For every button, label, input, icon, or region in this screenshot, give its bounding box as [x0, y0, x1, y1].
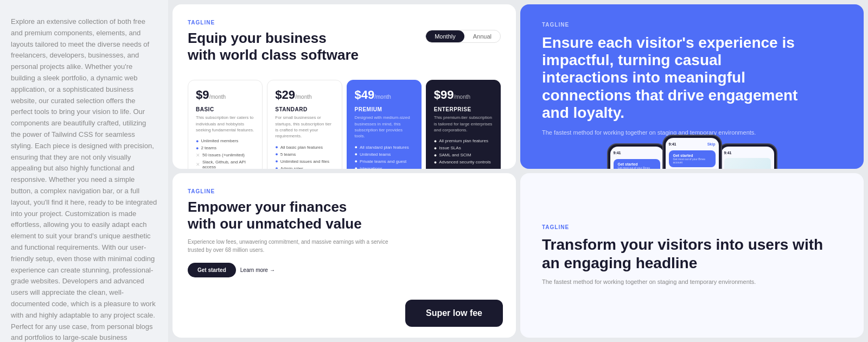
- bottom-right-title: Transform your visitors into users with …: [542, 236, 842, 272]
- enterprise-tier: ENTERPRISE: [434, 106, 493, 112]
- sidebar-description: Explore an extensive collection of both …: [11, 16, 157, 342]
- basic-price: $9: [196, 88, 209, 102]
- phone3-time: 9:41: [724, 151, 732, 155]
- phone-mockup-3: 9:41: [718, 143, 777, 169]
- premium-price: $49: [355, 88, 375, 102]
- check-icon: ●: [275, 159, 278, 164]
- plan-premium: $49 /month PREMIUM Designed with medium-…: [347, 80, 422, 169]
- finance-panel: TAGLINE Empower your financeswith our un…: [173, 173, 516, 338]
- phone-mockup-1: 9:41 Get started Get most out of your Bm…: [607, 143, 667, 169]
- pricing-title: Equip your businesswith world class soft…: [188, 30, 359, 64]
- pricing-grid: $9 /month BASIC This subscription tier c…: [188, 80, 501, 169]
- check-icon: ●: [355, 151, 358, 157]
- check-icon: ●: [434, 153, 437, 158]
- phone1-label: Get started: [618, 162, 656, 166]
- premium-features: ● All standard plan features ● Unlimited…: [355, 144, 413, 169]
- pricing-tagline: TAGLINE: [188, 20, 501, 26]
- standard-tier: STANDARD: [275, 106, 334, 112]
- pricing-panel: TAGLINE Equip your businesswith world cl…: [173, 4, 516, 169]
- main-content: TAGLINE Equip your businesswith world cl…: [168, 0, 868, 342]
- standard-period: /month: [295, 94, 312, 100]
- basic-period: /month: [209, 94, 226, 100]
- arrow-icon: →: [270, 267, 275, 273]
- phone2-label: Get started: [673, 154, 711, 157]
- plan-standard: $29 /month STANDARD For small businesses…: [267, 80, 342, 169]
- finance-tagline: TAGLINE: [188, 188, 501, 194]
- basic-tier: BASIC: [196, 106, 254, 112]
- enterprise-price: $99: [434, 88, 454, 102]
- standard-desc: For small businesses or startups, this s…: [275, 115, 334, 139]
- finance-desc: Experience low fees, unwavering commitme…: [188, 238, 405, 254]
- phone2-time: 9:41: [669, 142, 676, 146]
- hero-subtitle: The fastest method for working together …: [542, 128, 759, 137]
- plan-enterprise: $99 /month ENTERPRISE This premium-tier …: [426, 80, 501, 169]
- premium-tier: PREMIUM: [355, 106, 413, 112]
- standard-price: $29: [275, 88, 295, 102]
- check-icon: ●: [196, 138, 199, 144]
- enterprise-desc: This premium-tier subscription is tailor…: [434, 115, 493, 133]
- check-icon: ●: [355, 144, 358, 150]
- cross-icon: ✕: [196, 153, 200, 158]
- check-icon: ●: [275, 144, 278, 150]
- super-low-fee-box: Super low fee: [405, 300, 503, 327]
- bottom-right-tagline: TAGLINE: [542, 224, 842, 230]
- pricing-toggle[interactable]: Monthly Annual: [425, 30, 501, 43]
- standard-features: ● All basic plan features ● 5 teams ● Un…: [275, 144, 334, 169]
- basic-features: ● Unlimited members ● 2 teams ✕ 50 issue…: [196, 138, 254, 169]
- check-icon: ●: [355, 159, 358, 164]
- enterprise-features: ● All premium plan features ● Issue SLAs…: [434, 138, 493, 165]
- cross-icon: ✕: [196, 162, 200, 167]
- sidebar: Explore an extensive collection of both …: [0, 0, 168, 342]
- phone2-skip: Skip: [707, 142, 716, 146]
- check-icon: ●: [434, 138, 437, 144]
- enterprise-period: /month: [454, 94, 470, 100]
- finance-buttons: Get started Learn more →: [188, 263, 501, 277]
- phone1-sublabel: Get most out of your Bmes account: [618, 166, 656, 169]
- phone-mockup-2: 9:41 Skip Get started Get most out of yo…: [662, 135, 722, 169]
- check-icon: ●: [196, 145, 199, 151]
- toggle-monthly[interactable]: Monthly: [426, 30, 464, 42]
- basic-desc: This subscription tier caters to individ…: [196, 115, 254, 133]
- check-icon: ●: [275, 166, 278, 169]
- premium-period: /month: [374, 94, 391, 100]
- bottom-right-desc: The fastest method for working together …: [542, 277, 842, 287]
- check-icon: ●: [275, 151, 278, 157]
- check-icon: ●: [434, 160, 437, 165]
- finance-title: Empower your financeswith our unmatched …: [188, 199, 501, 232]
- toggle-annual[interactable]: Annual: [464, 30, 500, 42]
- finance-get-started[interactable]: Get started: [188, 263, 236, 277]
- bottom-right-panel: TAGLINE Transform your visitors into use…: [520, 173, 864, 338]
- plan-basic: $9 /month BASIC This subscription tier c…: [188, 80, 263, 169]
- hero-tagline: TAGLINE: [542, 22, 842, 28]
- check-icon: ●: [434, 145, 437, 151]
- super-low-fee-label: Super low fee: [426, 308, 482, 318]
- phone2-sublabel: Get most out of your Bmes account: [673, 157, 711, 164]
- hero-title: Ensure each visitor's experience is impa…: [542, 34, 802, 122]
- finance-learn-more[interactable]: Learn more →: [240, 267, 275, 273]
- phone1-time: 9:41: [614, 151, 621, 155]
- premium-desc: Designed with medium-sized businesses in…: [355, 115, 413, 139]
- check-icon: ●: [355, 166, 358, 169]
- hero-panel: TAGLINE Ensure each visitor's experience…: [520, 4, 864, 169]
